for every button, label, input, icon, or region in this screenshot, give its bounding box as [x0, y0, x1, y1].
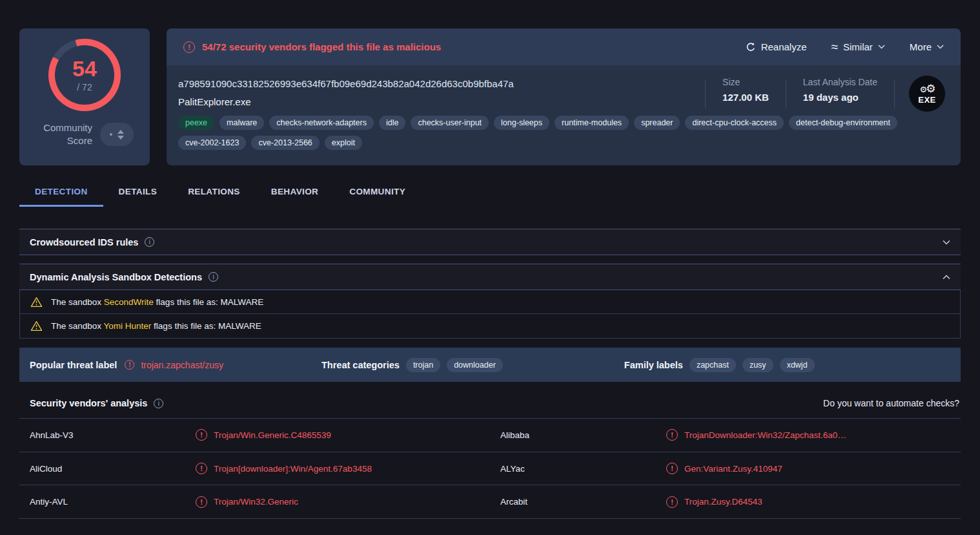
community-score-label-line1: Community: [43, 122, 92, 133]
file-meta-column: Size 127.00 KB Last Analysis Date 19 day…: [705, 77, 945, 150]
vendor-detection: Gen:Variant.Zusy.410947: [666, 463, 961, 474]
exe-filetype-icon: ⚙⚙ EXE: [909, 76, 945, 112]
vendor-name: AhnLab-V3: [19, 430, 196, 440]
last-analysis-block: Last Analysis Date 19 days ago: [786, 77, 894, 103]
tag-pill[interactable]: peexe: [178, 116, 214, 130]
vendor-detection: TrojanDownloader:Win32/Zapchast.6a0…: [666, 429, 961, 441]
popular-threat-label-title: Popular threat label: [30, 360, 117, 370]
warning-triangle-icon: [30, 297, 43, 308]
tab-details[interactable]: DETAILS: [103, 187, 173, 207]
popular-threat-label-value[interactable]: trojan.zapchast/zusy: [141, 360, 223, 370]
file-details-body: a798591090c33182526993e634f67fb09e69d243…: [167, 65, 961, 150]
similar-label: Similar: [843, 41, 873, 52]
vote-carets-icon[interactable]: [117, 130, 124, 140]
detection-text: Trojan/Win32.Generic: [214, 497, 307, 507]
tag-pill[interactable]: checks-user-input: [411, 116, 489, 130]
alert-circle-icon: [666, 429, 678, 441]
sandbox-detections-section-header[interactable]: Dynamic Analysis Sandbox Detections: [19, 264, 961, 290]
score-denominator: / 72: [77, 82, 92, 92]
file-sha256: a798591090c33182526993e634f67fb09e69d243…: [178, 78, 696, 89]
sandbox-detection-row: The sandbox SecondWrite flags this file …: [20, 290, 960, 314]
vendor-name: ALYac: [490, 464, 666, 474]
tag-pill[interactable]: spreader: [634, 116, 680, 130]
alert-circle-icon: [666, 496, 678, 508]
detection-text: Trojan.Zusy.D64543: [684, 497, 771, 507]
tab-relations[interactable]: RELATIONS: [172, 187, 256, 207]
alert-banner-text: 54/72 security vendors flagged this file…: [202, 41, 441, 52]
chevron-down-icon: [937, 45, 944, 49]
malicious-alert-banner: 54/72 security vendors flagged this file…: [167, 28, 961, 65]
tag-pill[interactable]: malware: [219, 116, 264, 130]
family-label-pill[interactable]: zusy: [742, 358, 773, 372]
similar-icon: ≈: [832, 41, 838, 53]
similar-button[interactable]: ≈ Similar: [832, 41, 885, 53]
reanalyze-button[interactable]: Reanalyze: [746, 41, 807, 52]
community-score-label-line2: Score: [67, 135, 92, 146]
chevron-down-icon[interactable]: [943, 240, 950, 245]
tab-behavior[interactable]: BEHAVIOR: [256, 187, 334, 207]
vote-up-icon[interactable]: [117, 130, 124, 134]
vendor-detection: Trojan.Zusy.D64543: [666, 496, 961, 508]
chevron-down-icon: [878, 45, 885, 49]
file-name: PalitExplorer.exe: [178, 96, 696, 107]
automate-checks-link[interactable]: Do you want to automate checks?: [823, 398, 959, 408]
vote-down-icon[interactable]: [117, 136, 124, 140]
tag-pill[interactable]: long-sleeps: [494, 116, 549, 130]
tag-pill[interactable]: runtime-modules: [555, 116, 629, 130]
detection-text: TrojanDownloader:Win32/Zapchast.6a0…: [684, 430, 855, 440]
score-ring-inner: 54 / 72: [55, 45, 114, 105]
popular-threat-label-band: Popular threat label trojan.zapchast/zus…: [19, 348, 961, 382]
tag-pill[interactable]: idle: [379, 116, 405, 130]
info-icon: [209, 272, 218, 282]
threat-category-pill[interactable]: trojan: [406, 358, 440, 372]
reanalyze-icon: [746, 42, 756, 52]
warning-triangle-icon: [30, 320, 43, 331]
threat-alert-icon: [125, 360, 134, 370]
virustotal-detection-page: 54 / 72 Community Score: [0, 0, 980, 535]
reanalyze-label: Reanalyze: [761, 41, 807, 52]
gears-icon: ⚙⚙: [920, 83, 935, 94]
vendor-row: AliCloud Trojan[downloader]:Win/Agent.67…: [19, 452, 961, 486]
family-labels-group: Family labels zapchast zusy xdwjd: [624, 358, 815, 372]
info-icon: [154, 399, 163, 408]
chevron-up-icon[interactable]: [943, 275, 950, 280]
file-summary-card: 54/72 security vendors flagged this file…: [167, 28, 961, 165]
community-vote-widget[interactable]: [100, 123, 134, 146]
alert-circle-icon: [196, 496, 207, 508]
sandbox-text-suffix: flags this file as: MALWARE: [154, 297, 263, 307]
tag-pill[interactable]: cve-2013-2566: [251, 136, 319, 150]
sandbox-detection-row: The sandbox Yomi Hunter flags this file …: [20, 314, 960, 338]
vendors-table: AhnLab-V3 Trojan/Win.Generic.C4865539 Al…: [19, 418, 961, 519]
tag-pill[interactable]: checks-network-adapters: [269, 116, 374, 130]
exe-badge-label: EXE: [918, 95, 936, 105]
crowdsourced-ids-title: Crowdsourced IDS rules: [30, 237, 138, 247]
more-button[interactable]: More: [910, 41, 944, 52]
detection-text: Trojan[downloader]:Win/Agent.67ab3458: [214, 464, 381, 474]
family-label-pill[interactable]: xdwjd: [780, 358, 815, 372]
vendor-detection: Trojan/Win32.Generic: [196, 496, 490, 508]
vendor-name: Alibaba: [490, 430, 666, 440]
vendor-row: Antiy-AVL Trojan/Win32.Generic Arcabit T…: [19, 485, 961, 519]
info-icon: [145, 237, 154, 247]
family-label-pill[interactable]: zapchast: [689, 358, 736, 372]
alert-circle-icon: [196, 463, 207, 474]
detection-content: Crowdsourced IDS rules Dynamic Analysis …: [0, 229, 980, 519]
section-gap: [19, 255, 961, 264]
vendor-name: Arcabit: [490, 497, 666, 507]
divider: [894, 79, 895, 108]
sandbox-detection-text: The sandbox Yomi Hunter flags this file …: [51, 321, 261, 331]
sandbox-name-link[interactable]: Yomi Hunter: [104, 321, 152, 331]
sandbox-name-link[interactable]: SecondWrite: [104, 297, 154, 307]
vote-dot-icon: [110, 133, 112, 136]
threat-category-pill[interactable]: downloader: [447, 358, 503, 372]
sandbox-detection-list: The sandbox SecondWrite flags this file …: [19, 290, 961, 339]
tab-community[interactable]: COMMUNITY: [334, 187, 421, 207]
community-score-row: Community Score: [36, 121, 134, 148]
tag-pill[interactable]: cve-2002-1623: [178, 136, 246, 150]
header-actions: Reanalyze ≈ Similar More: [746, 41, 944, 53]
tab-detection[interactable]: DETECTION: [19, 187, 103, 207]
threat-categories-group: Threat categories trojan downloader: [322, 358, 503, 372]
vendor-detection: Trojan[downloader]:Win/Agent.67ab3458: [196, 463, 490, 474]
crowdsourced-ids-section-header[interactable]: Crowdsourced IDS rules: [19, 229, 961, 255]
tag-pill[interactable]: exploit: [325, 136, 362, 150]
